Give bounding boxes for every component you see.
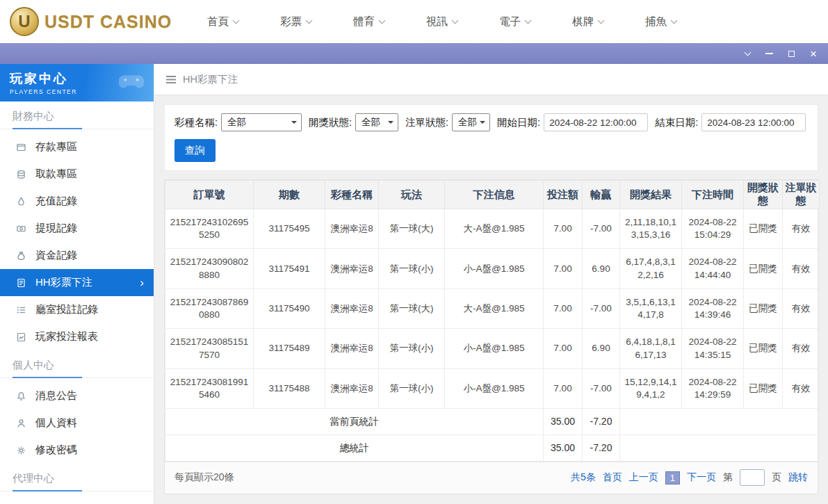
maximize-button[interactable] [788,43,795,64]
cell-period: 31175488 [254,368,325,408]
maximize-icon [788,51,795,57]
menu-item-chess[interactable]: 棋牌 [572,15,603,29]
section-finance-center: 財務中心 [0,101,154,129]
sidebar-item-deposit[interactable]: 存款專區 [0,133,154,161]
chevron-down-icon [598,17,605,24]
cell-bet-info: 大-A盤@1.985 [445,288,544,328]
cell-order-no: 2152172430851517570 [165,329,254,368]
table-row: 2152172430878690880 31175490 澳洲幸运8 第一球(大… [165,288,820,328]
cell-result: 3,5,1,6,13,14,17,8 [620,288,682,328]
lottery-select[interactable]: 全部 [221,113,302,131]
current-page[interactable]: 1 [665,471,680,485]
withdraw-coins-icon [15,170,26,179]
hamburger-icon[interactable] [165,75,177,84]
cell-amount: 7.00 [544,209,583,249]
minimize-button[interactable] [765,43,773,64]
cell-lottery: 澳洲幸运8 [325,288,379,328]
start-date-input[interactable] [544,113,648,131]
chevron-down-icon [671,17,678,24]
menu-item-home[interactable]: 首頁 [207,15,238,29]
close-button[interactable]: × [810,43,817,64]
jump-suffix-label: 页 [772,471,781,484]
gamepad-icon [116,72,147,90]
table-row: 2152172431026955250 31175495 澳洲幸运8 第一球(大… [165,209,820,249]
cell-period: 31175491 [254,249,325,288]
cell-order-no: 2152172430908028880 [165,249,254,288]
cell-draw-status: 已開獎 [744,288,783,328]
cell-result: 6,17,4,8,3,12,2,16 [620,249,682,288]
sidebar-item-hh-lottery-bets[interactable]: HH彩票下注 › [0,269,154,296]
pagination-bar: 每頁顯示20條 共5条 首页 上一页 1 下一页 第 页 跳转 [164,462,818,494]
sidebar-item-recharge-record[interactable]: 充值記錄 [0,188,154,215]
summary-win-loss: -7.20 [583,435,620,462]
section-agent-center: 代理中心 [0,464,154,491]
cell-play: 第一球(小) [379,368,445,408]
current-page-summary-row: 當前頁統計 35.00 -7.20 [165,409,820,435]
table-row: 2152172430851517570 31175489 澳洲幸运8 第一球(小… [165,329,820,368]
menu-item-video[interactable]: 視訊 [426,15,457,29]
sidebar-item-withdrawal-record[interactable]: 提現記錄 [0,215,154,242]
chevron-down-icon [525,17,532,24]
page-title: HH彩票下注 [183,73,238,86]
cell-lottery: 澳洲幸运8 [325,329,379,368]
menu-item-lottery[interactable]: 彩票 [280,15,311,29]
order-status-select[interactable]: 全部 [452,113,490,131]
cell-lottery: 澳洲幸运8 [325,249,379,288]
sidebar-item-funds-record[interactable]: 資金記錄 [0,242,154,269]
cell-play: 第一球(小) [379,329,445,368]
jump-button[interactable]: 跳转 [788,471,808,484]
sidebar: 玩家中心 PLAYERS CENTER 財務中心 存款專區 取款專區 充值記錄 … [0,64,154,504]
menu-item-sports[interactable]: 體育 [353,15,384,29]
sidebar-item-change-password[interactable]: 修改密碼 [0,437,154,464]
minimize-icon [765,53,773,54]
cell-win-loss: -7.00 [583,288,620,328]
cell-draw-status: 已開獎 [744,209,783,249]
cell-draw-status: 已開獎 [744,249,783,288]
top-navigation: U USDT CASINO 首頁 彩票 體育 視訊 電子 棋牌 捕魚 [0,0,828,43]
cell-result: 2,11,18,10,13,15,3,16 [620,209,682,249]
prev-page-link[interactable]: 上一页 [629,471,658,484]
sidebar-item-player-bet-report[interactable]: 玩家投注報表 [0,323,154,350]
cell-bet-time: 2024-08-22 14:44:40 [682,249,744,288]
person-icon [15,418,26,428]
gear-icon [15,446,26,455]
cell-win-loss: 6.90 [583,329,620,368]
col-bet-info: 下注信息 [445,181,544,209]
list-icon [15,305,26,315]
start-date-label: 開始日期: [497,116,540,129]
jump-page-input[interactable] [740,469,765,486]
window-chevron-button[interactable] [745,43,750,64]
col-amount: 投注額 [544,181,583,209]
cell-order-no: 2152172431026955250 [165,209,254,249]
menu-item-fishing[interactable]: 捕魚 [645,15,676,29]
cell-win-loss: 6.90 [583,249,620,288]
chevron-down-icon [452,17,459,24]
sidebar-item-profile[interactable]: 個人資料 [0,409,154,437]
draw-status-select[interactable]: 全部 [355,113,398,131]
chevron-down-icon [306,17,313,24]
end-date-input[interactable] [701,113,806,131]
cell-order-status: 有效 [783,329,820,368]
col-draw-status: 開獎狀態 [744,181,783,209]
search-button[interactable]: 查詢 [174,139,216,162]
col-order-no: 訂單號 [165,181,254,209]
sidebar-item-announcements[interactable]: 消息公告 [0,382,154,409]
menu-item-electronic[interactable]: 電子 [499,15,530,29]
jump-prefix-label: 第 [723,471,733,484]
next-page-link[interactable]: 下一页 [687,471,716,484]
cell-play: 第一球(小) [379,249,445,288]
cell-amount: 7.00 [544,249,583,288]
cell-lottery: 澳洲幸运8 [325,368,379,408]
cell-bet-time: 2024-08-22 14:35:15 [682,329,744,368]
cell-order-status: 有效 [783,288,820,328]
cell-period: 31175490 [254,288,325,328]
cell-amount: 7.00 [544,368,583,408]
first-page-link[interactable]: 首页 [603,471,622,484]
sidebar-item-hall-bet-records[interactable]: 廳室投註記錄 [0,296,154,323]
banknote-icon [15,224,26,234]
lottery-name-label: 彩種名稱: [174,116,218,129]
chevron-down-icon [379,17,386,24]
cell-amount: 7.00 [544,288,583,328]
sidebar-item-withdraw[interactable]: 取款專區 [0,161,154,188]
chevron-down-icon [745,49,752,56]
